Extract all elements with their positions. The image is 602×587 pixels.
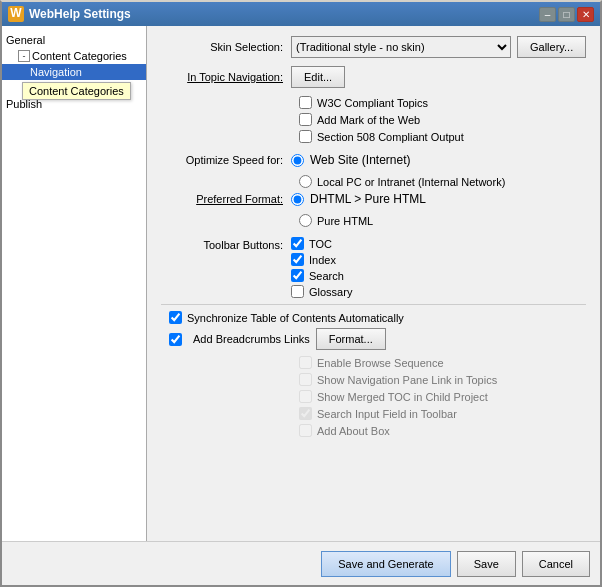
sidebar-item-navigation[interactable]: Navigation [2,64,146,80]
index-label: Index [309,254,336,266]
toc-row: TOC [291,237,352,250]
footer: Save and Generate Save Cancel [2,541,600,585]
section508-checkbox[interactable] [299,130,312,143]
skin-dropdown[interactable]: (Traditional style - no skin) [291,36,511,58]
sidebar-item-content-categories[interactable]: - Content Categories [2,48,146,64]
sync-toc-row: Synchronize Table of Contents Automatica… [161,311,586,324]
dhtml-radio[interactable] [291,193,304,206]
sidebar-item-general[interactable]: General [2,32,146,48]
show-nav-checkbox [299,373,312,386]
toc-checkbox[interactable] [291,237,304,250]
glossary-label: Glossary [309,286,352,298]
divider [161,304,586,305]
toolbar-buttons-section: Toolbar Buttons: TOC Index Search [161,237,586,298]
local-pc-radio[interactable] [299,175,312,188]
sidebar: General - Content Categories Navigation … [2,26,147,541]
web-site-label: Web Site (Internet) [310,153,411,167]
maximize-button[interactable]: □ [558,7,575,22]
general-label: General [6,34,45,46]
dialog-body: General - Content Categories Navigation … [2,26,600,541]
web-site-radio[interactable] [291,154,304,167]
glossary-row: Glossary [291,285,352,298]
preferred-format-label-row: Preferred Format: DHTML > Pure HTML [161,192,586,206]
preferred-format-field: DHTML > Pure HTML [291,192,586,206]
in-topic-nav-row: In Topic Navigation: Edit... [161,66,586,88]
gallery-button[interactable]: Gallery... [517,36,586,58]
local-pc-row: Local PC or Intranet (Internal Network) [161,175,586,188]
tooltip-box: Content Categories [22,82,131,100]
edit-button[interactable]: Edit... [291,66,345,88]
window-title: WebHelp Settings [29,7,131,21]
title-bar: W WebHelp Settings – □ ✕ [2,2,600,26]
preferred-format-label: Preferred Format: [161,193,291,205]
pure-html-label: Pure HTML [317,215,373,227]
skin-selection-label: Skin Selection: [161,41,291,53]
enable-browse-label: Enable Browse Sequence [317,357,444,369]
enable-browse-checkbox [299,356,312,369]
toolbar-checkboxes: TOC Index Search Glossary [291,237,352,298]
glossary-checkbox[interactable] [291,285,304,298]
show-merged-checkbox [299,390,312,403]
sync-toc-checkbox[interactable] [169,311,182,324]
w3c-checkbox[interactable] [299,96,312,109]
toolbar-buttons-label: Toolbar Buttons: [161,237,291,251]
pure-html-radio[interactable] [299,214,312,227]
search-cb-row: Search [291,269,352,282]
add-breadcrumbs-label: Add Breadcrumbs Links [193,333,310,345]
dhtml-label: DHTML > Pure HTML [310,192,426,206]
main-panel: Skin Selection: (Traditional style - no … [147,26,600,541]
show-nav-row: Show Navigation Pane Link in Topics [161,373,586,386]
sidebar-item-search[interactable]: Sear Content Categories [2,80,146,96]
skin-selection-row: Skin Selection: (Traditional style - no … [161,36,586,58]
skin-dropdown-wrapper: (Traditional style - no skin) [291,36,511,58]
minimize-button[interactable]: – [539,7,556,22]
show-nav-label: Show Navigation Pane Link in Topics [317,374,497,386]
add-about-row: Add About Box [161,424,586,437]
w3c-label: W3C Compliant Topics [317,97,428,109]
index-row: Index [291,253,352,266]
local-pc-label: Local PC or Intranet (Internal Network) [317,176,505,188]
window-icon: W [8,6,24,22]
title-bar-left: W WebHelp Settings [8,6,131,22]
skin-selection-field: (Traditional style - no skin) Gallery... [291,36,586,58]
sync-toc-label: Synchronize Table of Contents Automatica… [187,312,404,324]
optimize-label: Optimize Speed for: [161,154,291,166]
search-input-checkbox [299,407,312,420]
navigation-label: Navigation [30,66,82,78]
title-buttons: – □ ✕ [539,7,594,22]
search-cb-label: Search [309,270,344,282]
save-generate-button[interactable]: Save and Generate [321,551,450,577]
cancel-button[interactable]: Cancel [522,551,590,577]
expand-icon[interactable]: - [18,50,30,62]
add-mark-label: Add Mark of the Web [317,114,420,126]
add-mark-checkbox[interactable] [299,113,312,126]
save-button[interactable]: Save [457,551,516,577]
add-about-label: Add About Box [317,425,390,437]
search-checkbox[interactable] [291,269,304,282]
optimize-field: Web Site (Internet) [291,153,586,167]
add-about-checkbox [299,424,312,437]
show-merged-row: Show Merged TOC in Child Project [161,390,586,403]
toc-label: TOC [309,238,332,250]
in-topic-nav-label: In Topic Navigation: [161,71,291,83]
section508-label: Section 508 Compliant Output [317,131,464,143]
add-mark-row: Add Mark of the Web [161,113,586,126]
show-merged-label: Show Merged TOC in Child Project [317,391,488,403]
close-button[interactable]: ✕ [577,7,594,22]
w3c-row: W3C Compliant Topics [161,96,586,109]
format-button[interactable]: Format... [316,328,386,350]
svg-text:W: W [10,7,22,20]
breadcrumbs-row: Add Breadcrumbs Links Format... [161,328,586,350]
pure-html-row: Pure HTML [161,214,586,227]
index-checkbox[interactable] [291,253,304,266]
in-topic-nav-field: Edit... [291,66,586,88]
enable-browse-row: Enable Browse Sequence [161,356,586,369]
search-input-label: Search Input Field in Toolbar [317,408,457,420]
dialog-window: W WebHelp Settings – □ ✕ General - Conte… [0,0,602,587]
search-input-row: Search Input Field in Toolbar [161,407,586,420]
section508-row: Section 508 Compliant Output [161,130,586,143]
optimize-label-row: Optimize Speed for: Web Site (Internet) [161,153,586,167]
add-breadcrumbs-checkbox[interactable] [169,333,182,346]
content-categories-label: Content Categories [32,50,127,62]
